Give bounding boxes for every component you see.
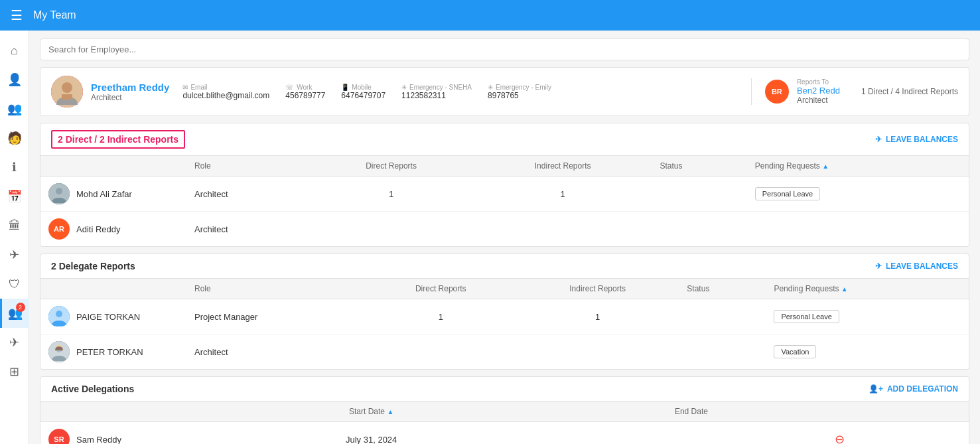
- emergency1-label: ✳ Emergency - SNEHA: [401, 84, 472, 91]
- col-name: [40, 279, 186, 299]
- active-delegations-table-body: SR Sam Reddy July 31, 2024 ⊖: [40, 422, 969, 445]
- table-row: PAIGE TORKAN Project Manager 1 1 Persona…: [40, 299, 969, 334]
- status-badge: Personal Leave: [755, 187, 820, 200]
- building-icon: 🏛: [9, 219, 21, 233]
- sidebar-item-home[interactable]: ⌂: [0, 36, 29, 65]
- reports-to-avatar: BR: [765, 80, 789, 104]
- col-start-date: Start Date ▲: [186, 402, 556, 422]
- leave-plane-icon: ✈: [875, 135, 882, 144]
- svg-point-4: [56, 188, 62, 194]
- reports-to-count: 1 Direct / 4 Indirect Reports: [861, 87, 958, 96]
- direct-reports-table-body: Mohd Ali Zafar Architect 1 1 Personal Le…: [40, 177, 969, 247]
- row-pending: Vacation: [766, 334, 969, 370]
- direct-reports-table: Role Direct Reports Indirect Reports Sta…: [40, 155, 969, 246]
- emergency2-label: ✳ Emergency - Emily: [488, 84, 551, 91]
- col-end-date: End Date: [556, 402, 826, 422]
- sidebar-item-profile[interactable]: 👤: [0, 65, 29, 94]
- reports-to-label: Reports To: [797, 78, 840, 86]
- row-name-cell: Mohd Ali Zafar: [40, 177, 186, 212]
- direct-leave-balances-button[interactable]: ✈ LEAVE BALANCES: [875, 135, 958, 144]
- sidebar-item-grid[interactable]: ⊞: [0, 357, 29, 386]
- row-status: [679, 334, 766, 370]
- emergency1-icon: ✳: [401, 84, 407, 91]
- add-delegation-button[interactable]: 👤+ ADD DELEGATION: [869, 384, 958, 394]
- sidebar-item-user[interactable]: 🧑: [0, 123, 29, 153]
- main-layout: ⌂ 👤 👥 🧑 ℹ 📅 🏛 ✈ 🛡 👥 2 ✈: [0, 31, 980, 444]
- employee-role: Architect: [91, 93, 169, 102]
- row-employee-name: Sam Reddy: [76, 435, 121, 445]
- calendar-icon: 📅: [7, 189, 22, 204]
- person-icon: 👤: [7, 72, 22, 87]
- emergency1-value: 1123582311: [401, 91, 472, 100]
- employee-info-left: Preetham Reddy Architect ✉ Email dulcet.…: [51, 76, 751, 108]
- phone-icon: ☏: [285, 84, 294, 91]
- direct-reports-header: 2 Direct / 2 Indirect Reports ✈ LEAVE BA…: [40, 123, 969, 155]
- page-title: My Team: [33, 9, 76, 21]
- active-delegations-title: Active Delegations: [51, 384, 134, 394]
- row-direct-reports: 1: [309, 177, 474, 212]
- mobile-icon: 📱: [341, 84, 349, 91]
- work-detail: ☏ Work 456789777: [285, 84, 325, 100]
- table-row: AR Aditi Reddy Architect: [40, 212, 969, 247]
- active-delegations-section: Active Delegations 👤+ ADD DELEGATION Sta…: [40, 376, 969, 444]
- email-icon: ✉: [182, 84, 188, 91]
- table-row: Mohd Ali Zafar Architect 1 1 Personal Le…: [40, 177, 969, 212]
- col-name: [40, 156, 186, 177]
- employee-card: Preetham Reddy Architect ✉ Email dulcet.…: [40, 67, 969, 116]
- sidebar-item-settings[interactable]: ✈: [0, 328, 29, 357]
- row-status: [679, 299, 766, 334]
- sidebar-item-shield[interactable]: 🛡: [0, 269, 29, 299]
- search-input[interactable]: [40, 38, 969, 60]
- table-row: SR Sam Reddy July 31, 2024 ⊖: [40, 422, 969, 445]
- user-icon: 🧑: [7, 131, 22, 145]
- delegate-reports-table-body: PAIGE TORKAN Project Manager 1 1 Persona…: [40, 299, 969, 370]
- active-delegations-table-head: Start Date ▲ End Date: [40, 402, 969, 422]
- col-pending: Pending Requests ▲: [747, 156, 969, 177]
- sidebar-item-building[interactable]: 🏛: [0, 211, 29, 240]
- row-info: PETER TORKAN: [48, 341, 178, 362]
- email-value: dulcet.blithe@gmail.com: [182, 91, 269, 100]
- mobile-value: 6476479707: [341, 91, 385, 100]
- delegate-reports-title: 2 Delegate Reports: [51, 261, 135, 271]
- row-indirect-reports: 1: [474, 177, 652, 212]
- direct-reports-table-head: Role Direct Reports Indirect Reports Sta…: [40, 156, 969, 177]
- sidebar-item-calendar[interactable]: 📅: [0, 182, 29, 211]
- col-direct: Direct Reports: [309, 156, 474, 177]
- col-pending: Pending Requests ▲: [766, 279, 969, 299]
- sidebar-item-myteam[interactable]: 👥 2: [0, 299, 29, 328]
- row-role: Architect: [186, 334, 366, 370]
- sidebar-item-info[interactable]: ℹ: [0, 153, 29, 182]
- reports-to-name: Ben2 Redd: [797, 86, 840, 96]
- row-pending: [747, 212, 969, 247]
- team-icon: 👥: [7, 102, 22, 116]
- sidebar-item-team[interactable]: 👥: [0, 94, 29, 123]
- row-actions: ⊖: [827, 422, 969, 445]
- row-start-date: July 31, 2024: [186, 422, 556, 445]
- row-name-cell: PETER TORKAN: [40, 334, 186, 370]
- row-employee-name: PAIGE TORKAN: [76, 312, 140, 322]
- employee-details: ✉ Email dulcet.blithe@gmail.com ☏ Work 4…: [182, 84, 551, 100]
- status-badge: Vacation: [774, 345, 816, 358]
- plane-icon: ✈: [9, 248, 19, 262]
- row-name-cell: SR Sam Reddy: [40, 422, 186, 445]
- col-status: Status: [679, 279, 766, 299]
- delegate-leave-balances-button[interactable]: ✈ LEAVE BALANCES: [875, 261, 958, 271]
- row-status: [652, 177, 746, 212]
- top-header: ☰ My Team: [0, 0, 980, 31]
- settings-icon: ✈: [9, 335, 19, 350]
- hamburger-icon[interactable]: ☰: [11, 7, 23, 23]
- row-direct-reports: 1: [366, 299, 516, 334]
- col-direct: Direct Reports: [366, 279, 516, 299]
- row-info: SR Sam Reddy: [48, 429, 178, 444]
- sort-icon2: ▲: [841, 285, 848, 293]
- row-status: [652, 212, 746, 247]
- row-indirect-reports: 1: [516, 299, 679, 334]
- remove-delegation-button[interactable]: ⊖: [835, 433, 845, 444]
- main-content: Preetham Reddy Architect ✉ Email dulcet.…: [29, 31, 980, 444]
- sidebar: ⌂ 👤 👥 🧑 ℹ 📅 🏛 ✈ 🛡 👥 2 ✈: [0, 31, 29, 444]
- leave-plane-icon2: ✈: [875, 261, 882, 271]
- col-role: Role: [186, 156, 309, 177]
- sidebar-item-leave[interactable]: ✈: [0, 240, 29, 269]
- direct-reports-section: 2 Direct / 2 Indirect Reports ✈ LEAVE BA…: [40, 123, 969, 247]
- home-icon: ⌂: [11, 44, 18, 58]
